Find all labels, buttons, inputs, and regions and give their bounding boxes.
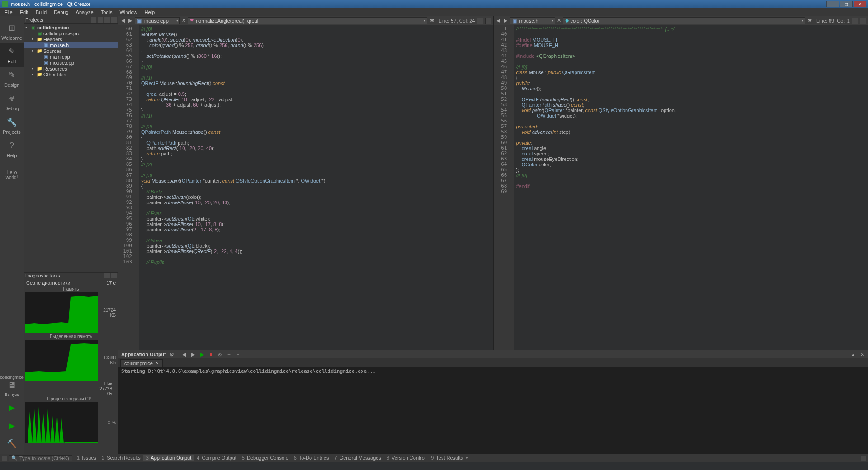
tree-item[interactable]: ▾📁Headers	[24, 36, 118, 42]
split-h-button[interactable]	[477, 18, 483, 24]
status-tab-4[interactable]: 4 Compile Output	[194, 455, 239, 461]
line-col-label[interactable]: Line: 57, Col: 24	[439, 18, 475, 24]
output-text[interactable]: Starting D:\Qt\4.8.6\examples\graphicsvi…	[118, 367, 868, 454]
tree-item[interactable]: ▸📁Other files	[24, 71, 118, 77]
filter-icon[interactable]: ⚙	[169, 351, 175, 357]
toggle-sidebar-button[interactable]	[2, 456, 7, 461]
status-tab-2[interactable]: 2 Search Results	[99, 455, 143, 461]
folder-icon: 📁	[36, 66, 42, 71]
menu-tools[interactable]: Tools	[98, 9, 115, 16]
split-v-button[interactable]	[485, 18, 491, 24]
svg-marker-2	[25, 407, 98, 443]
tree-item[interactable]: ▣main.cpp	[24, 54, 118, 60]
split-button[interactable]	[104, 17, 110, 23]
menu-analyze[interactable]: Analyze	[73, 9, 96, 16]
build-button[interactable]: 🔨	[0, 436, 24, 454]
code-area-right[interactable]: 1 40 41 42 43 44 45 46 47 48 49 50 51 52…	[494, 25, 868, 350]
maximize-output-button[interactable]: ▴	[850, 351, 856, 357]
file-combo-r[interactable]: ▣mouse.h	[510, 17, 555, 24]
search-icon: 🔍	[11, 455, 18, 461]
status-tab-1[interactable]: 1 Issues	[74, 455, 99, 461]
folder-icon: 📁	[36, 37, 42, 42]
diagnostic-panel: DiagnosticTools Сеанс диагностики 17 с П…	[24, 272, 118, 454]
mode-projects[interactable]: 🔧Projects	[0, 114, 24, 137]
back-button-r[interactable]: ◀	[495, 18, 501, 24]
allocated-graph	[25, 340, 98, 381]
line-col-label-r[interactable]: Line: 69, Col: 1	[816, 18, 850, 24]
welcome-icon: ⊞	[6, 23, 17, 33]
symbol-combo-r[interactable]: ◆color: QColor	[563, 17, 806, 24]
menu-file[interactable]: File	[2, 9, 15, 16]
close-button[interactable]: ✕	[854, 1, 866, 7]
menu-edit[interactable]: Edit	[17, 9, 31, 16]
forward-button-r[interactable]: ▶	[503, 18, 508, 24]
next-button[interactable]: ▶	[190, 351, 196, 357]
cpp-icon: ▣	[137, 18, 142, 24]
status-tab-7[interactable]: 7 General Messages	[331, 455, 384, 461]
prj-icon: ▣	[30, 25, 36, 30]
project-tree[interactable]: ▾▣collidingmice▣collidingmice.pro▾📁Heade…	[24, 24, 118, 272]
mode-welcome[interactable]: ⊞Welcome	[0, 20, 24, 43]
tree-item[interactable]: ▣mouse.cpp	[24, 60, 118, 66]
mode-bar: ⊞Welcome✎Edit✎Design☣Debug🔧Projects?Help…	[0, 16, 24, 454]
menu-help[interactable]: Help	[142, 9, 158, 16]
window-title: mouse.h - collidingmice - Qt Creator	[11, 1, 90, 7]
maximize-button[interactable]: □	[840, 1, 853, 7]
split-h-button-r[interactable]	[852, 18, 858, 24]
rerun-button[interactable]: ▶	[199, 351, 205, 357]
status-tab-5[interactable]: 5 Debugger Console	[239, 455, 291, 461]
menu-debug[interactable]: Debug	[51, 9, 71, 16]
minimize-button[interactable]: –	[826, 1, 839, 7]
locator-input[interactable]: 🔍 Type to locate (Ctrl+K)	[9, 455, 72, 461]
tree-item[interactable]: ▾▣collidingmice	[24, 24, 118, 30]
svg-marker-1	[25, 343, 98, 381]
file-combo[interactable]: ▣mouse.cpp	[135, 17, 180, 24]
close-tab-icon[interactable]: ✕	[155, 360, 159, 366]
close-file-button[interactable]: ✕	[182, 18, 186, 24]
stop-button[interactable]: ■	[208, 351, 214, 357]
projects-header: Projects	[24, 16, 118, 24]
tree-item[interactable]: ▸📁Resources	[24, 66, 118, 71]
tree-item[interactable]: ▣collidingmice.pro	[24, 30, 118, 36]
output-tab[interactable]: collidingmice✕	[120, 359, 163, 367]
run-button[interactable]: ▶	[0, 400, 24, 418]
close-output-button[interactable]: ✕	[859, 351, 865, 357]
debug-run-button[interactable]: ▶	[0, 418, 24, 436]
back-button[interactable]: ◀	[120, 18, 126, 24]
hfile-icon: ▣	[42, 42, 49, 48]
sync-button[interactable]	[98, 17, 103, 23]
mode-debug[interactable]: ☣Debug	[0, 90, 24, 114]
symbol-combo[interactable]: ❤normalizeAngle(qreal): qreal	[188, 17, 427, 24]
menu-build[interactable]: Build	[33, 9, 49, 16]
tree-item[interactable]: ▾📁Sources	[24, 48, 118, 54]
remove-button[interactable]: －	[235, 351, 241, 357]
attach-button[interactable]: ⎋	[217, 351, 223, 357]
prev-button[interactable]: ◀	[181, 351, 187, 357]
status-tab-9[interactable]: 9 Test Results	[428, 455, 466, 461]
filter-button[interactable]	[91, 17, 96, 23]
diag-split-button[interactable]	[104, 273, 110, 278]
status-tab-3[interactable]: 3 Application Output	[143, 455, 194, 461]
forward-button[interactable]: ▶	[127, 18, 133, 24]
output-panel: Application Output ⚙ ◀ ▶ ▶ ■ ⎋ ＋ － ▴ ✕ c…	[118, 350, 868, 454]
mode-design[interactable]: ✎Design	[0, 67, 24, 90]
diag-close-button[interactable]	[111, 273, 117, 278]
progress-button[interactable]	[861, 456, 866, 461]
status-chevron-icon[interactable]: ▾	[466, 455, 468, 461]
mode-help[interactable]: ?Help	[0, 137, 24, 161]
play-icon: ▶	[6, 402, 17, 413]
cfile-icon: ▣	[42, 54, 49, 60]
tree-item[interactable]: ▣mouse.h	[24, 42, 118, 48]
split-v-button-r[interactable]	[860, 18, 866, 24]
folder-icon: 📁	[36, 72, 42, 77]
code-area-left[interactable]: 60 61 62 63 64 65 66 67 68 69 70 71 72 7…	[118, 25, 493, 350]
target-selector[interactable]: collidingmice 🖥 Выпуск	[0, 372, 24, 400]
mode-edit[interactable]: ✎Edit	[0, 43, 24, 67]
close-panel-button[interactable]	[111, 17, 117, 23]
close-file-button-r[interactable]: ✕	[557, 18, 561, 24]
memory-graph	[25, 292, 98, 333]
status-tab-6[interactable]: 6 To-Do Entries	[291, 455, 332, 461]
status-tab-8[interactable]: 8 Version Control	[384, 455, 428, 461]
add-button[interactable]: ＋	[226, 351, 232, 357]
menu-window[interactable]: Window	[117, 9, 140, 16]
